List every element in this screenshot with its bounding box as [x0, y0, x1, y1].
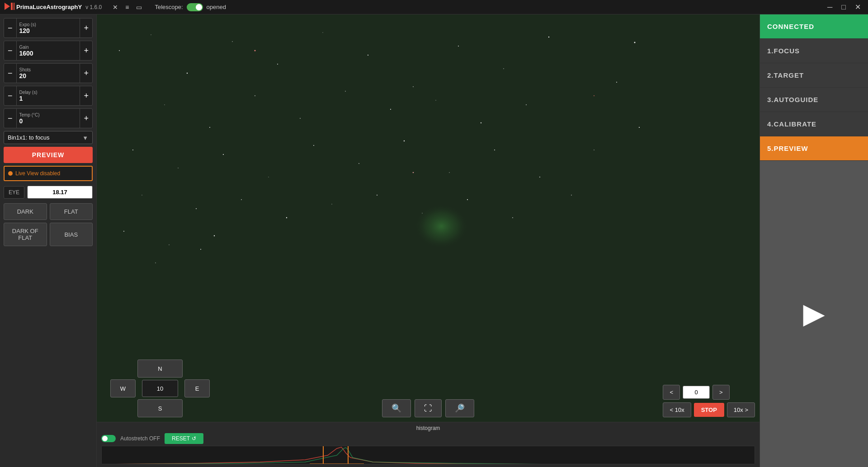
- north-button[interactable]: N: [137, 360, 183, 378]
- app-logo: PrimaLuceAstrographY: [4, 2, 82, 12]
- shots-plus-button[interactable]: +: [80, 64, 92, 83]
- frame-prev10-button[interactable]: < 10x: [663, 402, 691, 417]
- frame-next-button[interactable]: >: [712, 385, 730, 400]
- svg-point-25: [132, 149, 133, 150]
- center-area: N W 10 5 1 E S 🔍 ⛶ 🔍: [97, 14, 760, 467]
- autostretch-label: Autostretch OFF: [120, 435, 160, 442]
- temp-minus-button[interactable]: −: [4, 109, 17, 128]
- delay-value: 1: [19, 95, 77, 102]
- svg-point-24: [526, 104, 527, 105]
- temp-plus-button[interactable]: +: [80, 109, 92, 128]
- histogram-title: histogram: [101, 425, 755, 431]
- bin-select-wrapper: Bin1x1: to focus ▼: [4, 131, 93, 144]
- histogram-graph: [101, 446, 755, 464]
- svg-point-15: [548, 37, 549, 37]
- expo-plus-button[interactable]: +: [80, 19, 92, 37]
- svg-point-29: [313, 145, 314, 146]
- zoom-out-button[interactable]: 🔍: [445, 399, 474, 417]
- expo-minus-button[interactable]: −: [4, 19, 17, 37]
- temp-label: Temp (°C): [19, 112, 77, 117]
- bin-select[interactable]: Bin1x1: to focus: [4, 131, 93, 144]
- telescope-toggle[interactable]: [187, 3, 203, 11]
- reset-icon: ↺: [192, 435, 196, 442]
- fullscreen-button[interactable]: ⛶: [415, 399, 442, 417]
- svg-point-36: [196, 208, 197, 209]
- calibrate-button[interactable]: 4.CALIBRATE: [760, 112, 868, 136]
- cursor-icon-btn[interactable]: ✕: [111, 3, 120, 12]
- telescope-opened: opened: [207, 4, 226, 10]
- temp-row: − Temp (°C) 0 +: [4, 108, 93, 128]
- svg-point-26: [178, 168, 179, 168]
- svg-marker-0: [5, 3, 10, 10]
- frame-next10-button[interactable]: 10x >: [727, 402, 755, 417]
- south-button[interactable]: S: [137, 399, 183, 417]
- svg-point-42: [467, 199, 468, 200]
- reset-label: RESET: [172, 435, 190, 442]
- delay-plus-button[interactable]: +: [80, 86, 92, 105]
- settings-icon-btn[interactable]: ≡: [123, 3, 131, 12]
- svg-point-20: [345, 91, 346, 92]
- autoguide-button[interactable]: 3.AUTOGUIDE: [760, 88, 868, 112]
- svg-point-17: [209, 127, 210, 128]
- title-bar: PrimaLuceAstrographY v 1.6.0 ✕ ≡ ▭ Teles…: [0, 0, 868, 14]
- stop-button[interactable]: STOP: [694, 403, 724, 417]
- next-arrow-icon: ►: [796, 296, 832, 332]
- svg-point-34: [539, 177, 540, 177]
- gain-row: − Gain 1600 +: [4, 41, 93, 61]
- speed-select[interactable]: 10 5 1: [142, 380, 178, 397]
- reset-button[interactable]: RESET ↺: [165, 433, 203, 444]
- svg-point-54: [155, 262, 156, 263]
- expo-label: Expo (s): [19, 22, 77, 27]
- maximize-button[interactable]: □: [838, 2, 849, 12]
- dark-button[interactable]: DARK: [4, 203, 47, 220]
- close-button[interactable]: ✕: [851, 2, 864, 12]
- frame-number-input[interactable]: [683, 386, 710, 399]
- shots-row: − Shots 20 +: [4, 63, 93, 83]
- image-view: N W 10 5 1 E S 🔍 ⛶ 🔍: [97, 14, 760, 422]
- svg-point-19: [300, 118, 301, 119]
- dark-of-flat-button[interactable]: DARK OF FLAT: [4, 223, 47, 246]
- zoom-in-button[interactable]: 🔍: [382, 399, 411, 417]
- east-button[interactable]: E: [184, 379, 210, 397]
- minimize-button[interactable]: ─: [824, 2, 836, 12]
- live-dot-icon: [8, 171, 13, 176]
- histogram-panel: histogram Autostretch OFF RESET ↺: [97, 422, 760, 467]
- eye-row: EYE 18.17: [4, 186, 93, 199]
- delay-minus-button[interactable]: −: [4, 86, 17, 105]
- target-button[interactable]: 2.TARGET: [760, 63, 868, 88]
- shots-minus-button[interactable]: −: [4, 64, 17, 83]
- gain-minus-button[interactable]: −: [4, 41, 17, 60]
- zoom-controls: 🔍 ⛶ 🔍: [382, 399, 474, 417]
- next-section-area[interactable]: ►: [760, 161, 868, 467]
- autostretch-toggle[interactable]: [101, 435, 116, 442]
- svg-point-28: [268, 177, 269, 177]
- connected-button[interactable]: CONNECTED: [760, 14, 868, 39]
- expo-row: − Expo (s) 120 +: [4, 18, 93, 38]
- svg-point-30: [359, 163, 359, 164]
- preview-button[interactable]: PREVIEW: [4, 147, 93, 163]
- west-button[interactable]: W: [110, 379, 136, 397]
- svg-point-49: [594, 95, 594, 96]
- live-view-button[interactable]: Live View disabled: [4, 166, 93, 181]
- flat-button[interactable]: FLAT: [50, 203, 93, 220]
- app-version: v 1.6.0: [85, 4, 102, 10]
- svg-point-32: [449, 172, 450, 173]
- svg-point-56: [634, 42, 636, 43]
- svg-point-46: [214, 235, 215, 236]
- frame-prev-button[interactable]: <: [663, 385, 680, 400]
- preview-step-button[interactable]: 5.PREVIEW: [760, 136, 868, 161]
- focus-button[interactable]: 1.FOCUS: [760, 39, 868, 63]
- live-view-label: Live View disabled: [15, 170, 60, 177]
- frame-controls: < > < 10x STOP 10x >: [663, 385, 755, 417]
- save-icon-btn[interactable]: ▭: [134, 3, 144, 12]
- telescope-label: Telescope:: [155, 4, 183, 10]
- svg-point-31: [404, 140, 405, 141]
- main-layout: − Expo (s) 120 + − Gain 1600 + − Shots 2…: [0, 14, 868, 467]
- svg-point-21: [390, 109, 391, 110]
- svg-point-39: [331, 204, 332, 205]
- gain-plus-button[interactable]: +: [80, 41, 92, 60]
- svg-rect-60: [310, 463, 364, 464]
- bias-button[interactable]: BIAS: [50, 223, 93, 246]
- svg-point-41: [422, 213, 422, 213]
- shots-value: 20: [19, 72, 77, 79]
